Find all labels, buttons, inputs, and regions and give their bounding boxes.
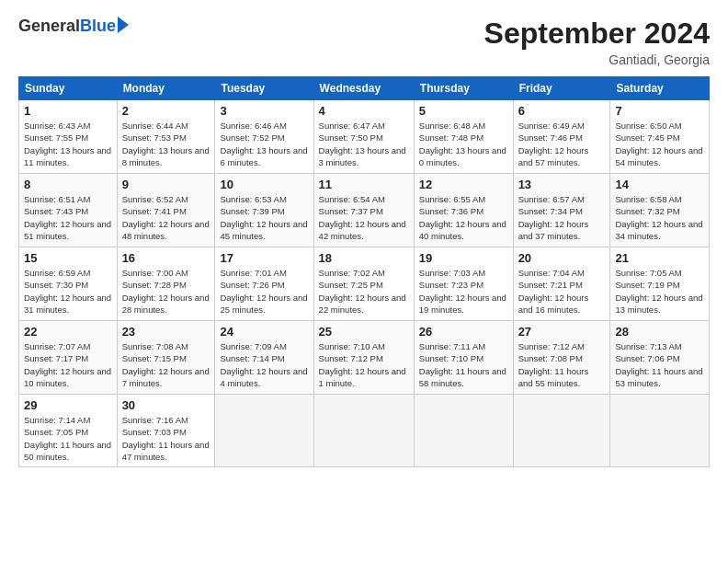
day-number: 15 bbox=[24, 251, 112, 265]
sunrise: Sunrise: 7:16 AM bbox=[122, 415, 188, 425]
day-number: 18 bbox=[319, 251, 409, 265]
logo-blue: Blue bbox=[80, 17, 116, 36]
list-item: 14 Sunrise: 6:58 AM Sunset: 7:32 PM Dayl… bbox=[610, 174, 710, 247]
daylight: Daylight: 12 hours and 28 minutes. bbox=[122, 293, 210, 315]
daylight: Daylight: 12 hours and 48 minutes. bbox=[122, 219, 210, 241]
day-info: Sunrise: 6:55 AM Sunset: 7:36 PM Dayligh… bbox=[419, 193, 508, 242]
day-info: Sunrise: 7:09 AM Sunset: 7:14 PM Dayligh… bbox=[220, 340, 308, 389]
sunset: Sunset: 7:25 PM bbox=[319, 280, 383, 290]
daylight: Daylight: 12 hours and 31 minutes. bbox=[24, 293, 111, 315]
list-item: 8 Sunrise: 6:51 AM Sunset: 7:43 PM Dayli… bbox=[19, 174, 118, 247]
sunset: Sunset: 7:53 PM bbox=[122, 132, 187, 143]
list-item: 7 Sunrise: 6:50 AM Sunset: 7:45 PM Dayli… bbox=[610, 100, 710, 174]
list-item: 26 Sunrise: 7:11 AM Sunset: 7:10 PM Dayl… bbox=[414, 321, 513, 395]
sunset: Sunset: 7:37 PM bbox=[319, 206, 383, 216]
day-info: Sunrise: 7:00 AM Sunset: 7:28 PM Dayligh… bbox=[122, 267, 210, 316]
day-number: 8 bbox=[24, 178, 112, 191]
list-item: 23 Sunrise: 7:08 AM Sunset: 7:15 PM Dayl… bbox=[117, 321, 215, 395]
sunrise: Sunrise: 7:02 AM bbox=[319, 268, 385, 278]
list-item: 11 Sunrise: 6:54 AM Sunset: 7:37 PM Dayl… bbox=[313, 174, 414, 247]
list-item: 29 Sunrise: 7:14 AM Sunset: 7:05 PM Dayl… bbox=[19, 395, 118, 467]
daylight: Daylight: 12 hours and 40 minutes. bbox=[419, 219, 506, 241]
daylight: Daylight: 12 hours and 42 minutes. bbox=[319, 219, 406, 241]
daylight: Daylight: 12 hours and 25 minutes. bbox=[220, 293, 307, 315]
sunrise: Sunrise: 7:05 AM bbox=[615, 268, 681, 278]
logo-general: General bbox=[18, 17, 80, 36]
sunset: Sunset: 7:30 PM bbox=[24, 280, 88, 290]
list-item: 10 Sunrise: 6:53 AM Sunset: 7:39 PM Dayl… bbox=[215, 174, 313, 247]
calendar-table: Sunday Monday Tuesday Wednesday Thursday… bbox=[18, 76, 710, 467]
sunrise: Sunrise: 6:58 AM bbox=[615, 194, 681, 204]
day-info: Sunrise: 6:48 AM Sunset: 7:48 PM Dayligh… bbox=[419, 120, 508, 168]
sunset: Sunset: 7:32 PM bbox=[615, 206, 679, 216]
daylight: Daylight: 12 hours and 10 minutes. bbox=[24, 366, 111, 388]
day-info: Sunrise: 7:03 AM Sunset: 7:23 PM Dayligh… bbox=[419, 267, 508, 316]
list-item: 13 Sunrise: 6:57 AM Sunset: 7:34 PM Dayl… bbox=[513, 174, 610, 247]
list-item bbox=[215, 395, 313, 467]
calendar-page: General Blue September 2024 Gantiadi, Ge… bbox=[0, 0, 728, 563]
sunrise: Sunrise: 7:10 AM bbox=[319, 341, 385, 351]
daylight: Daylight: 13 hours and 3 minutes. bbox=[319, 145, 406, 167]
daylight: Daylight: 13 hours and 8 minutes. bbox=[122, 145, 210, 167]
day-info: Sunrise: 6:58 AM Sunset: 7:32 PM Dayligh… bbox=[615, 193, 704, 242]
col-monday: Monday bbox=[117, 77, 215, 100]
day-info: Sunrise: 6:52 AM Sunset: 7:41 PM Dayligh… bbox=[122, 193, 210, 242]
day-info: Sunrise: 6:54 AM Sunset: 7:37 PM Dayligh… bbox=[319, 193, 409, 242]
sunset: Sunset: 7:23 PM bbox=[419, 280, 483, 290]
daylight: Daylight: 12 hours and 37 minutes. bbox=[518, 219, 589, 241]
day-number: 19 bbox=[419, 251, 508, 265]
list-item: 20 Sunrise: 7:04 AM Sunset: 7:21 PM Dayl… bbox=[513, 247, 610, 321]
list-item: 27 Sunrise: 7:12 AM Sunset: 7:08 PM Dayl… bbox=[513, 321, 610, 395]
day-info: Sunrise: 6:49 AM Sunset: 7:46 PM Dayligh… bbox=[518, 120, 606, 168]
sunset: Sunset: 7:39 PM bbox=[220, 206, 284, 216]
list-item: 4 Sunrise: 6:47 AM Sunset: 7:50 PM Dayli… bbox=[313, 100, 414, 174]
sunset: Sunset: 7:50 PM bbox=[319, 132, 383, 143]
sunrise: Sunrise: 7:09 AM bbox=[220, 341, 286, 351]
list-item: 24 Sunrise: 7:09 AM Sunset: 7:14 PM Dayl… bbox=[215, 321, 313, 395]
sunset: Sunset: 7:43 PM bbox=[24, 206, 88, 216]
sunrise: Sunrise: 6:48 AM bbox=[419, 121, 485, 131]
sunrise: Sunrise: 6:59 AM bbox=[24, 268, 90, 278]
daylight: Daylight: 12 hours and 1 minute. bbox=[319, 366, 406, 388]
table-row: 22 Sunrise: 7:07 AM Sunset: 7:17 PM Dayl… bbox=[19, 321, 710, 395]
sunrise: Sunrise: 6:47 AM bbox=[319, 121, 385, 131]
daylight: Daylight: 12 hours and 16 minutes. bbox=[518, 293, 589, 315]
month-title: September 2024 bbox=[484, 17, 710, 51]
sunset: Sunset: 7:06 PM bbox=[615, 353, 679, 363]
day-info: Sunrise: 7:13 AM Sunset: 7:06 PM Dayligh… bbox=[615, 340, 704, 389]
sunrise: Sunrise: 7:11 AM bbox=[419, 341, 485, 351]
sunset: Sunset: 7:15 PM bbox=[122, 353, 187, 363]
sunrise: Sunrise: 7:14 AM bbox=[24, 415, 90, 425]
list-item: 22 Sunrise: 7:07 AM Sunset: 7:17 PM Dayl… bbox=[19, 321, 118, 395]
day-number: 10 bbox=[220, 178, 308, 191]
day-info: Sunrise: 6:43 AM Sunset: 7:55 PM Dayligh… bbox=[24, 120, 112, 168]
sunset: Sunset: 7:45 PM bbox=[615, 132, 679, 143]
col-thursday: Thursday bbox=[414, 77, 513, 100]
list-item: 6 Sunrise: 6:49 AM Sunset: 7:46 PM Dayli… bbox=[513, 100, 610, 174]
daylight: Daylight: 11 hours and 50 minutes. bbox=[24, 440, 111, 462]
sunset: Sunset: 7:21 PM bbox=[518, 280, 583, 290]
table-row: 8 Sunrise: 6:51 AM Sunset: 7:43 PM Dayli… bbox=[19, 174, 710, 247]
day-info: Sunrise: 6:46 AM Sunset: 7:52 PM Dayligh… bbox=[220, 120, 308, 168]
day-number: 7 bbox=[615, 104, 704, 118]
list-item: 2 Sunrise: 6:44 AM Sunset: 7:53 PM Dayli… bbox=[117, 100, 215, 174]
day-info: Sunrise: 7:07 AM Sunset: 7:17 PM Dayligh… bbox=[24, 340, 112, 389]
sunrise: Sunrise: 6:52 AM bbox=[122, 194, 188, 204]
header: General Blue September 2024 Gantiadi, Ge… bbox=[18, 17, 710, 67]
daylight: Daylight: 12 hours and 4 minutes. bbox=[220, 366, 307, 388]
day-number: 20 bbox=[518, 251, 606, 265]
sunset: Sunset: 7:26 PM bbox=[220, 280, 284, 290]
list-item: 21 Sunrise: 7:05 AM Sunset: 7:19 PM Dayl… bbox=[610, 247, 710, 321]
day-number: 17 bbox=[220, 251, 308, 265]
day-info: Sunrise: 6:44 AM Sunset: 7:53 PM Dayligh… bbox=[122, 120, 210, 168]
day-number: 3 bbox=[220, 104, 308, 118]
col-saturday: Saturday bbox=[610, 77, 710, 100]
sunrise: Sunrise: 7:01 AM bbox=[220, 268, 286, 278]
day-number: 26 bbox=[419, 325, 508, 339]
day-number: 28 bbox=[615, 325, 704, 339]
day-info: Sunrise: 7:11 AM Sunset: 7:10 PM Dayligh… bbox=[419, 340, 508, 389]
day-number: 25 bbox=[319, 325, 409, 339]
sunset: Sunset: 7:03 PM bbox=[122, 427, 187, 437]
sunrise: Sunrise: 7:13 AM bbox=[615, 341, 681, 351]
list-item: 25 Sunrise: 7:10 AM Sunset: 7:12 PM Dayl… bbox=[313, 321, 414, 395]
